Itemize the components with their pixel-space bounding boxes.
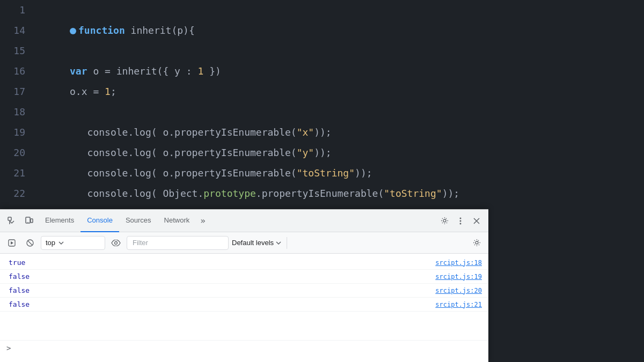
console-row-2: false srcipt.js:19	[0, 270, 488, 284]
svg-point-6	[460, 220, 462, 221]
console-value-3: false	[9, 286, 30, 294]
console-row-3: false srcipt.js:20	[0, 284, 488, 298]
console-value-2: false	[9, 272, 30, 280]
number-literal: 1	[197, 65, 203, 77]
console-settings-icon[interactable]	[469, 235, 484, 250]
prototype-keyword: prototype	[203, 188, 256, 199]
devtools-panel: Elements Console Sources Network »	[0, 209, 488, 362]
tab-elements[interactable]: Elements	[39, 210, 80, 232]
prompt-chevron-icon: >	[6, 344, 11, 352]
run-script-button[interactable]	[4, 235, 19, 250]
devtools-tabs-bar: Elements Console Sources Network »	[0, 210, 488, 232]
svg-point-12	[475, 241, 478, 244]
tab-console[interactable]: Console	[80, 210, 119, 232]
console-source-link-3[interactable]: srcipt.js:20	[435, 287, 482, 294]
console-value-4: false	[9, 300, 30, 308]
line-number: 18	[0, 102, 35, 122]
log-levels-selector[interactable]: Default levels	[232, 239, 281, 247]
context-selector[interactable]: top	[41, 236, 105, 250]
console-row-1: true srcipt.js:18	[0, 256, 488, 270]
code-line-18: 18 console.log( o.propertyIsEnumerable("…	[0, 102, 644, 122]
line-number: 21	[0, 163, 35, 183]
console-value-1: true	[9, 258, 25, 267]
svg-rect-0	[8, 217, 11, 220]
live-expressions-icon[interactable]	[108, 235, 123, 250]
line-number: 1	[0, 0, 35, 20]
line-number: 16	[0, 61, 35, 82]
svg-point-5	[460, 217, 462, 219]
code-line-1: 1 function inherit(p){	[0, 0, 644, 20]
svg-rect-2	[31, 219, 33, 223]
code-text: ;	[111, 86, 116, 97]
line-number: 22	[0, 183, 35, 204]
line-number: 17	[0, 82, 35, 102]
number-literal: 1	[105, 86, 111, 97]
keyword: function	[78, 25, 125, 36]
code-text: })	[203, 65, 221, 77]
console-row-4: false srcipt.js:21	[0, 298, 488, 312]
console-output: true srcipt.js:18 false srcipt.js:19 fal…	[0, 254, 488, 340]
tab-network[interactable]: Network	[158, 210, 196, 232]
code-text: .propertyIsEnumerable(	[256, 188, 384, 199]
console-source-link-2[interactable]: srcipt.js:19	[435, 273, 482, 280]
code-line-21: 21 console.log( Object.prototype.propert…	[0, 163, 644, 183]
inspect-icon[interactable]	[4, 213, 19, 228]
context-dropdown-chevron	[58, 241, 64, 245]
console-toolbar: top Default levels	[0, 232, 488, 254]
code-line-20: 20 console.log( o.propertyIsEnumerable("…	[0, 143, 644, 163]
close-devtools-icon[interactable]	[469, 213, 484, 228]
log-levels-chevron	[276, 241, 281, 245]
clear-console-button[interactable]	[23, 235, 38, 250]
line-number: 19	[0, 122, 35, 143]
svg-point-4	[443, 219, 446, 222]
code-line-16: 16 o.x = 1;	[0, 61, 644, 82]
line-number: 20	[0, 143, 35, 163]
context-value: top	[46, 239, 55, 247]
device-icon[interactable]	[21, 213, 36, 228]
console-source-link-1[interactable]: srcipt.js:18	[435, 259, 482, 267]
code-text: inherit(p){	[125, 25, 195, 36]
code-text: o.x =	[70, 86, 105, 97]
console-prompt-area[interactable]: >	[0, 340, 488, 356]
console-filter-input[interactable]	[127, 236, 229, 250]
console-source-link-4[interactable]: srcipt.js:21	[435, 301, 482, 308]
svg-marker-9	[11, 241, 13, 245]
code-editor: 1 function inherit(p){ 14 15 var o = inh…	[0, 0, 644, 209]
toolbar-separator	[287, 237, 287, 249]
code-text: ));	[442, 188, 460, 199]
line-number: 14	[0, 20, 35, 41]
code-line-19: 19 console.log( o.propertyIsEnumerable("…	[0, 122, 644, 143]
settings-icon[interactable]	[437, 213, 452, 228]
string-literal: "toString"	[384, 188, 442, 199]
breakpoint-indicator	[70, 28, 76, 34]
line-number: 15	[0, 41, 35, 61]
more-options-icon[interactable]	[453, 213, 468, 228]
more-tabs-button[interactable]: »	[196, 216, 210, 226]
code-line-15: 15 var o = inherit({ y : 1 })	[0, 41, 644, 61]
log-levels-label: Default levels	[232, 239, 274, 247]
svg-point-3	[27, 221, 28, 222]
tab-sources[interactable]: Sources	[119, 210, 158, 232]
svg-point-11	[115, 241, 118, 244]
code-text: console.log( Object.	[70, 188, 203, 199]
line-content: console.log( Object.prototype.propertyIs…	[35, 163, 459, 209]
svg-point-7	[460, 223, 462, 224]
